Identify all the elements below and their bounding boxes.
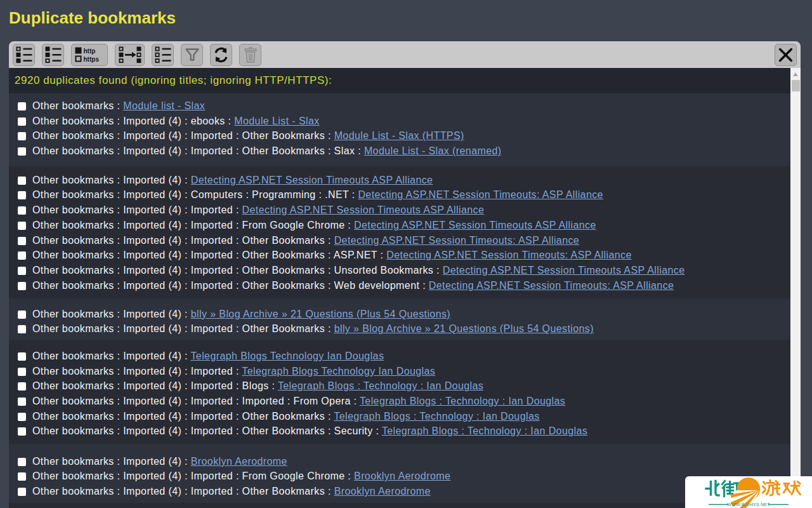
svg-text:https: https — [83, 56, 99, 63]
svg-text:WWW.BJJHXS.NET: WWW.BJJHXS.NET — [727, 502, 770, 507]
svg-text:http: http — [83, 48, 95, 55]
